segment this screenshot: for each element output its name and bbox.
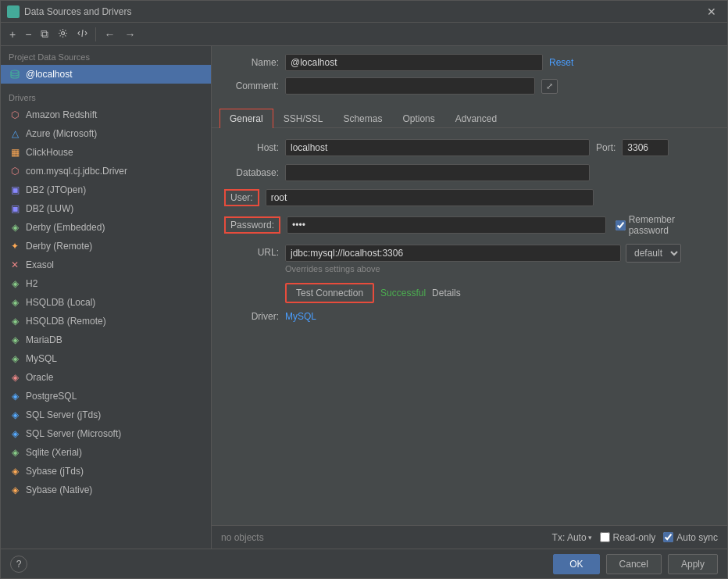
driver-item-mysql[interactable]: ◈ MySQL [1,349,211,368]
driver-item-sqlserver-jtds[interactable]: ◈ SQL Server (jTds) [1,406,211,424]
driver-item-mariadb[interactable]: ◈ MariaDB [1,331,211,349]
host-input[interactable] [285,139,590,156]
nav-back-button[interactable]: ← [100,26,119,43]
drivers-header: Drivers [1,87,211,105]
driver-icon-mariadb: ◈ [9,334,21,346]
driver-item-sybase-jtds[interactable]: ◈ Sybase (jTds) [1,462,211,481]
driver-icon-sqlserver-microsoft: ◈ [9,427,21,440]
test-details-link[interactable]: Details [432,288,461,298]
driver-item-db2-luw[interactable]: ▣ DB2 (LUW) [1,199,211,218]
copy-button[interactable]: ⧉ [37,25,52,43]
svg-point-1 [10,10,12,13]
driver-item-sqlite[interactable]: ◈ Sqlite (Xerial) [1,443,211,462]
apply-button[interactable]: Apply [668,554,718,574]
help-button[interactable]: ? [10,556,27,573]
general-tab-content: Host: Port: Database: User: Passwor [212,128,727,525]
test-connection-row: Test Connection Successful Details [285,283,715,303]
driver-label: Oracle [26,372,53,383]
driver-label: Amazon Redshift [26,109,97,120]
driver-item-exasol[interactable]: ✕ Exasol [1,256,211,274]
tab-sshssl[interactable]: SSH/SSL [273,109,334,128]
url-input[interactable] [285,245,621,262]
title-bar: Data Sources and Drivers ✕ [1,1,727,23]
svg-point-5 [62,31,65,34]
readonly-label[interactable]: Read-only [613,532,656,543]
content-area: Project Data Sources @localhost Drivers … [1,46,727,549]
driver-item-postgresql[interactable]: ◈ PostgreSQL [1,387,211,406]
name-label: Name: [224,57,279,68]
test-connection-button[interactable]: Test Connection [285,283,374,303]
project-data-sources-header: Project Data Sources [1,46,211,65]
driver-item-sybase-native[interactable]: ◈ Sybase (Native) [1,481,211,499]
tab-options[interactable]: Options [392,109,444,128]
driver-item-amazon-redshift[interactable]: ⬡ Amazon Redshift [1,105,211,124]
driver-item-h2[interactable]: ◈ H2 [1,274,211,293]
add-button[interactable]: + [5,26,20,43]
status-right: Tx: Auto ▾ Read-only Auto sync [552,532,718,543]
url-mode-select[interactable]: default [626,244,681,263]
sidebar-item-localhost[interactable]: @localhost [1,65,211,84]
driver-item-hsqldb-local[interactable]: ◈ HSQLDB (Local) [1,293,211,312]
user-input[interactable] [266,189,594,206]
driver-icon-hsqldb-remote: ◈ [9,315,21,327]
ok-button[interactable]: OK [553,554,599,574]
tx-button[interactable]: Tx: Auto ▾ [552,532,592,543]
close-button[interactable]: ✕ [702,4,721,20]
driver-icon-sybase-native: ◈ [9,484,21,496]
reset-link[interactable]: Reset [549,57,573,68]
driver-item-azure[interactable]: △ Azure (Microsoft) [1,124,211,143]
driver-label: HSQLDB (Local) [26,297,95,308]
autosync-label[interactable]: Auto sync [676,532,718,543]
settings-button[interactable] [54,26,72,43]
name-input[interactable] [285,54,543,71]
comment-input[interactable] [285,77,535,95]
driver-item-hsqldb-remote[interactable]: ◈ HSQLDB (Remote) [1,312,211,331]
remember-password-label[interactable]: Remember password [629,214,715,236]
remember-password-checkbox[interactable] [616,220,626,231]
driver-label: Derby (Remote) [26,241,92,252]
script-button[interactable] [73,26,91,43]
driver-item-derby-remote[interactable]: ✦ Derby (Remote) [1,237,211,256]
driver-label: MariaDB [26,334,62,345]
driver-label: DB2 (LUW) [26,203,73,214]
tab-general[interactable]: General [219,109,273,128]
autosync-checkbox[interactable] [663,532,673,542]
driver-item-com-mysql[interactable]: ⬡ com.mysql.cj.jdbc.Driver [1,162,211,180]
driver-link[interactable]: MySQL [285,311,316,322]
tx-label: Tx: Auto [552,532,587,543]
cancel-button[interactable]: Cancel [606,554,662,574]
test-success-text: Successful [380,288,426,298]
comment-row: Comment: ⤢ [224,77,715,95]
remember-row: Remember password [616,214,715,236]
url-label: URL: [224,244,279,258]
driver-icon-postgresql: ◈ [9,390,21,402]
driver-label: Azure (Microsoft) [26,128,97,139]
driver-item-sqlserver-microsoft[interactable]: ◈ SQL Server (Microsoft) [1,424,211,443]
driver-item-db2-jtopen[interactable]: ▣ DB2 (JTOpen) [1,180,211,199]
database-input[interactable] [285,164,590,181]
overrides-text: Overrides settings above [285,264,681,273]
driver-item-derby-embedded[interactable]: ◈ Derby (Embedded) [1,218,211,237]
driver-label: Sqlite (Xerial) [26,447,82,458]
driver-icon-sqlite: ◈ [9,446,21,459]
expand-comment-button[interactable]: ⤢ [541,79,558,94]
readonly-checkbox[interactable] [600,532,610,542]
driver-label: MySQL [26,353,57,364]
password-input[interactable] [287,216,606,234]
remove-button[interactable]: − [21,26,35,43]
driver-item-oracle[interactable]: ◈ Oracle [1,368,211,387]
tab-advanced[interactable]: Advanced [445,109,507,128]
toolbar-separator [95,27,96,41]
driver-label: Derby (Embedded) [26,222,105,233]
port-input[interactable] [622,139,669,156]
nav-forward-button[interactable]: → [120,26,139,43]
driver-label: HSQLDB (Remote) [26,316,106,327]
comment-label: Comment: [224,80,279,91]
driver-label: Sybase (jTds) [26,466,84,477]
tab-schemas[interactable]: Schemas [333,109,392,128]
name-row: Name: Reset [224,54,715,71]
driver-label: PostgreSQL [26,391,77,402]
driver-label: DB2 (JTOpen) [26,184,86,195]
driver-item-clickhouse[interactable]: ▦ ClickHouse [1,143,211,162]
main-panel: Name: Reset Comment: ⤢ General SSH/SSL [212,46,727,549]
